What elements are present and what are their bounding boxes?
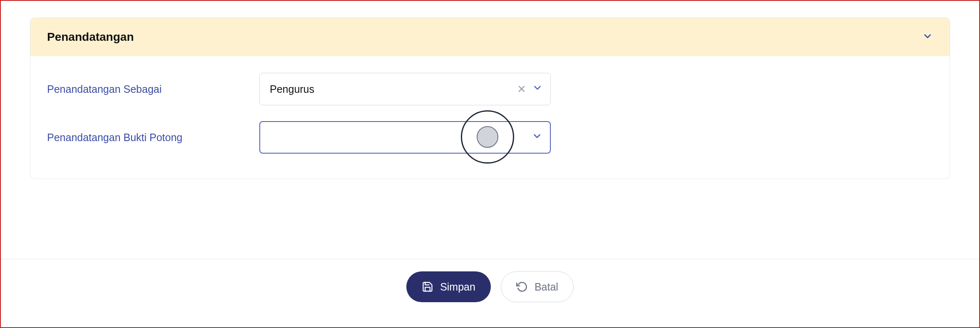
select-penandatangan-bukti-potong[interactable] <box>259 121 551 154</box>
app-frame: Penandatangan Penandatangan Sebagai Peng… <box>0 0 980 328</box>
panel-penandatangan: Penandatangan Penandatangan Sebagai Peng… <box>30 17 950 179</box>
save-button[interactable]: Simpan <box>406 271 491 302</box>
panel-title: Penandatangan <box>47 30 134 44</box>
label-penandatangan-bukti-potong: Penandatangan Bukti Potong <box>47 132 259 144</box>
undo-icon <box>516 281 528 293</box>
cancel-button-label: Batal <box>535 281 558 293</box>
select-value: Pengurus <box>270 83 505 95</box>
content-area: Penandatangan Penandatangan Sebagai Peng… <box>1 1 979 179</box>
panel-header[interactable]: Penandatangan <box>30 18 950 56</box>
select-controls <box>532 122 542 153</box>
select-penandatangan-sebagai[interactable]: Pengurus ✕ <box>259 73 551 105</box>
select-penandatangan-bukti-potong-wrap <box>259 121 551 154</box>
clear-icon[interactable]: ✕ <box>517 84 526 94</box>
label-penandatangan-sebagai: Penandatangan Sebagai <box>47 83 259 95</box>
row-penandatangan-sebagai: Penandatangan Sebagai Pengurus ✕ <box>47 73 933 105</box>
row-penandatangan-bukti-potong: Penandatangan Bukti Potong <box>47 121 933 154</box>
save-button-label: Simpan <box>440 281 475 293</box>
save-icon <box>422 281 433 293</box>
select-penandatangan-sebagai-wrap: Pengurus ✕ <box>259 73 551 105</box>
panel-body: Penandatangan Sebagai Pengurus ✕ <box>30 56 950 179</box>
chevron-down-icon[interactable] <box>532 82 543 96</box>
select-controls: ✕ <box>517 73 543 105</box>
footer-bar: Simpan Batal <box>1 271 979 302</box>
footer-divider <box>1 259 979 259</box>
chevron-down-icon[interactable] <box>532 131 542 144</box>
chevron-down-icon[interactable] <box>922 31 933 43</box>
cancel-button[interactable]: Batal <box>501 271 574 302</box>
